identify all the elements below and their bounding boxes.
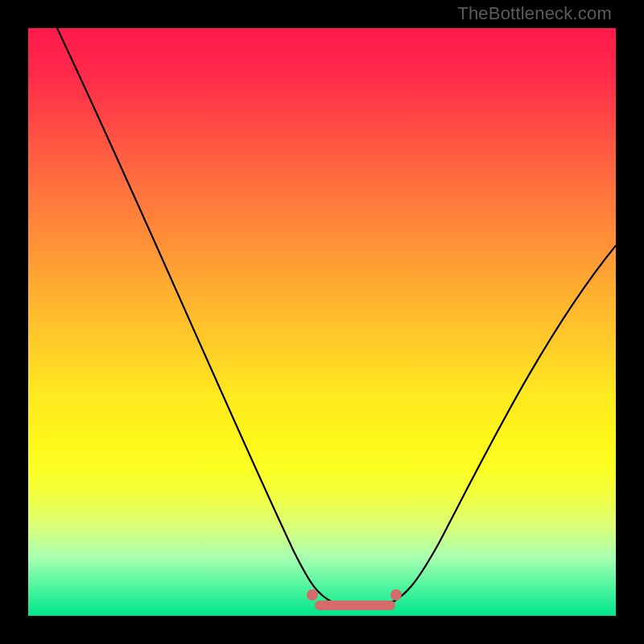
watermark-text: TheBottleneck.com: [457, 3, 612, 24]
bottleneck-curve: [28, 28, 616, 616]
chart-plot-area: [28, 28, 616, 616]
highlight-dot-right: [390, 589, 402, 601]
curve-path: [57, 28, 616, 607]
highlight-dot-left: [307, 589, 318, 601]
highlight-trough: [315, 601, 395, 610]
